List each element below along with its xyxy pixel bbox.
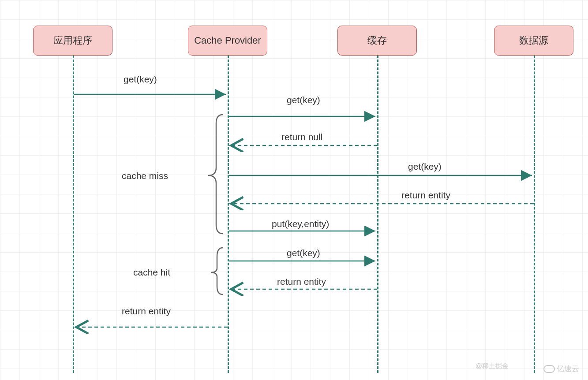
cloud-icon — [543, 365, 555, 373]
group-cache-miss: cache miss — [122, 171, 168, 181]
watermark-brand: 亿速云 — [543, 364, 579, 374]
watermark-brand-text: 亿速云 — [557, 364, 579, 374]
msg-return-entity-2: return entity — [277, 276, 326, 287]
watermark-source: @稀土掘金 — [476, 362, 509, 370]
msg-return-null: return null — [281, 132, 322, 142]
msg-get-key-4: get(key) — [287, 248, 320, 258]
msg-return-entity-3: return entity — [122, 306, 171, 317]
msg-get-key-3: get(key) — [408, 161, 442, 172]
msg-get-key-1: get(key) — [124, 74, 157, 85]
sequence-diagram: 应用程序 Cache Provider 缓存 数据源 — [0, 0, 588, 380]
watermark-text: @稀土掘金 — [476, 362, 509, 369]
msg-put-key-entity: put(key,entity) — [272, 219, 329, 229]
msg-get-key-2: get(key) — [287, 95, 320, 105]
group-cache-hit: cache hit — [133, 267, 170, 278]
arrows-layer — [0, 0, 588, 380]
msg-return-entity-1: return entity — [401, 190, 450, 201]
